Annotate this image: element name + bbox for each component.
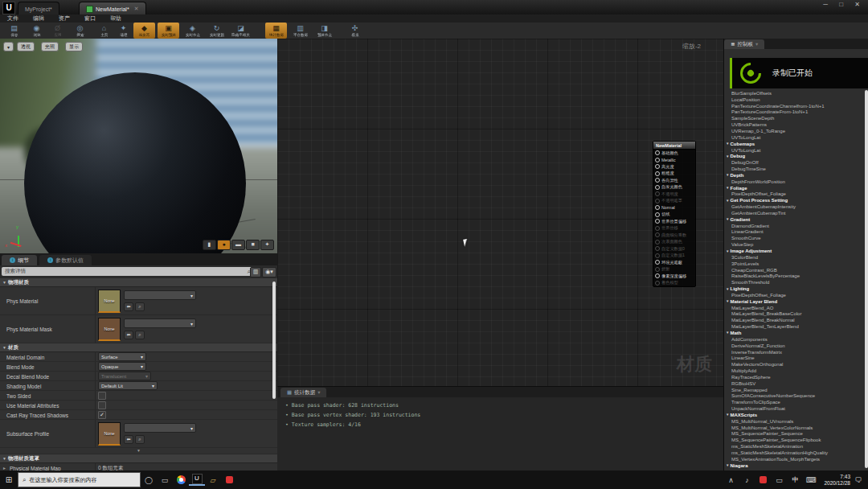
show-button[interactable]: 显示 (65, 42, 83, 51)
material-pin-1[interactable]: Metallic (653, 157, 695, 164)
music-app-icon[interactable] (221, 476, 237, 483)
start-button[interactable]: ⊞ (0, 475, 18, 484)
palette-item[interactable]: LinearSine (724, 355, 864, 361)
preview-cylinder-button[interactable]: ▮ (203, 240, 216, 250)
preview-mesh-button[interactable]: ✦ (260, 240, 274, 250)
folder-icon[interactable]: ▱ (205, 476, 221, 484)
palette-item[interactable]: MS_VertexAnimationTools_MorphTargets (724, 456, 864, 462)
palette-item[interactable]: ValueStep (724, 241, 864, 248)
asset-combo[interactable]: ▾ (124, 423, 196, 433)
palette-item[interactable]: LocalPosition (724, 97, 864, 103)
section-header-0[interactable]: ▼物理材质 (0, 278, 277, 287)
asset-combo[interactable]: ▾ (124, 290, 196, 300)
taskbar-search[interactable]: ⌕ 在这里输入你要搜索的内容 (18, 472, 141, 487)
palette-item[interactable]: InverseTransformMatrix (724, 349, 864, 355)
details-tab-0[interactable]: i细节 (2, 255, 37, 265)
material-pin-6[interactable]: 不透明度 (653, 191, 695, 198)
menu-item-1[interactable]: 编辑 (26, 14, 51, 23)
property-checkbox[interactable] (98, 392, 106, 400)
material-pin-0[interactable]: 基础颜色 (653, 150, 695, 157)
palette-item[interactable]: DebugTimeSine (724, 166, 864, 172)
lit-mode-button[interactable]: 光照 (41, 42, 59, 51)
asset-thumbnail[interactable]: None (98, 318, 121, 341)
menu-item-0[interactable]: 文件 (0, 14, 26, 23)
toolbar-button-模拟[interactable]: ✣模拟 (344, 23, 366, 39)
palette-category[interactable]: ▼Debug (724, 153, 864, 159)
use-selected-asset-button[interactable]: ⬅ (124, 435, 133, 444)
palette-item[interactable]: PixelDepthOffset_Foliage (724, 292, 864, 298)
palette-scrollbar[interactable] (865, 90, 868, 468)
palette-category[interactable]: ▼Lighting (724, 286, 864, 292)
palette-item[interactable]: GetAmbientCubemapTint (724, 210, 864, 216)
tab-project[interactable]: MyProject* (18, 2, 59, 15)
palette-item[interactable]: MS_MultiNormal_VertexColorNormals (724, 425, 864, 431)
palette-item[interactable]: PixelDepthOffset_Foliage (724, 191, 864, 198)
cortana-icon[interactable]: ◯ (141, 476, 157, 484)
preview-viewport[interactable]: ▾透视光照显示 ▮●▬■✦ y x (0, 39, 277, 253)
palette-item[interactable]: DiamondGradient (724, 223, 864, 229)
toolbar-button-实时节点[interactable]: ◈实时节点 (182, 23, 203, 39)
asset-thumbnail[interactable]: None (98, 422, 121, 446)
toolbar-button-应用[interactable]: Ø应用 (47, 23, 68, 39)
material-graph[interactable]: 缩放-2 材质 NewMaterial 基础颜色Metallic高光度粗糙度各向… (277, 39, 724, 386)
material-pin-8[interactable]: Normal (653, 204, 695, 212)
palette-item[interactable]: MS_SequencePainter_SequenceFlipbook (724, 437, 864, 443)
material-pin-5[interactable]: 自发光颜色 (653, 184, 695, 191)
ime-indicator[interactable]: 中 (787, 475, 803, 484)
section-header-1[interactable]: ▼材质 (0, 343, 277, 352)
keyboard-icon[interactable]: ⌨ (803, 476, 819, 484)
toolbar-button-实时更新[interactable]: ↻实时更新 (206, 23, 227, 39)
toolbar-button-浏览[interactable]: ◉浏览 (26, 23, 47, 39)
tab-close-icon[interactable]: ✕ (134, 6, 139, 12)
tray-expand-icon[interactable]: ∧ (723, 476, 739, 484)
material-pin-3[interactable]: 粗糙度 (653, 171, 695, 178)
palette-item[interactable]: MatLayerBlend_BreakBaseColor (724, 311, 864, 318)
property-combo[interactable]: Opaque▾ (98, 362, 146, 371)
palette-item[interactable]: MS_MultiNormal_UVnormals (724, 418, 864, 425)
display-icon[interactable]: ▭ (771, 476, 787, 484)
material-pin-2[interactable]: 高光度 (653, 163, 695, 171)
details-tab-1[interactable]: i参数默认值 (39, 255, 92, 265)
menu-item-4[interactable]: 帮助 (103, 14, 129, 23)
chrome-icon[interactable] (173, 475, 189, 484)
toolbar-button-搜索[interactable]: ◎搜索 (69, 23, 91, 39)
palette-item[interactable]: SumOfAConsecutiveNumberSequence (724, 393, 864, 400)
browse-asset-button[interactable]: ⌕ (135, 302, 145, 311)
property-combo[interactable]: Surface▾ (98, 352, 146, 361)
palette-item[interactable]: CheapContrast_RGB (724, 267, 864, 273)
browse-asset-button[interactable]: ⌕ (135, 435, 145, 444)
palette-item[interactable]: Sine_Remapped (724, 387, 864, 393)
toolbar-button-统计数据[interactable]: ▦统计数据 (265, 23, 287, 39)
palette-item[interactable]: UVToLongLat (724, 147, 864, 154)
toolbar-button-预览节点[interactable]: ◨预览节点 (313, 23, 335, 39)
use-selected-asset-button[interactable]: ⬅ (124, 331, 133, 339)
palette-category[interactable]: ▼Material Layer Blend (724, 298, 864, 305)
palette-category[interactable]: ▼Cubemaps (724, 141, 864, 147)
palette-item[interactable]: BlurSampleOffsets (724, 90, 864, 97)
palette-item[interactable]: DepthFromWorldPosition (724, 179, 864, 185)
property-combo[interactable]: Default Lit▾ (98, 381, 158, 390)
asset-combo[interactable]: ▾ (124, 318, 196, 328)
material-pin-12[interactable]: 曲面细分乘数 (653, 232, 695, 239)
palette-item[interactable]: MatLayerBlend_BreakNormal (724, 317, 864, 323)
tab-newmaterial[interactable]: NewMaterial* ✕ (79, 2, 146, 15)
asset-thumbnail[interactable]: None (98, 290, 121, 313)
palette-item[interactable]: PanTextureCoordinateChannelfrom-1toN+1 (724, 103, 864, 109)
palette-item[interactable]: MakeVectorsOrthogonal (724, 361, 864, 368)
palette-category[interactable]: ▼MAXScripts (724, 412, 864, 418)
material-result-node[interactable]: NewMaterial 基础颜色Metallic高光度粗糙度各向异性自发光颜色不… (653, 141, 696, 287)
palette-item[interactable]: RayTracedSphere (724, 374, 864, 380)
unreal-taskbar-icon[interactable]: U (189, 474, 205, 486)
palette-item[interactable]: SmoothCurve (724, 235, 864, 241)
details-scrollbar[interactable] (272, 281, 276, 399)
viewport-options-dropdown[interactable]: ▾ (3, 42, 14, 51)
palette-item[interactable]: ms_StaticMeshSkeletalAnimationHighQualit… (724, 450, 864, 456)
toolbar-button-连接器[interactable]: ◆连接器 (133, 23, 155, 39)
palette-category[interactable]: ▼Image Adjustment (724, 248, 864, 254)
use-selected-asset-button[interactable]: ⬅ (124, 302, 133, 311)
browse-asset-button[interactable]: ⌕ (135, 331, 145, 339)
toolbar-button-清理[interactable]: ✦清理 (113, 23, 134, 39)
details-search-input[interactable]: 搜索详情 ⌕ (2, 267, 254, 276)
property-checkbox[interactable]: ✓ (98, 411, 106, 419)
preview-sphere-button[interactable]: ● (217, 240, 231, 250)
